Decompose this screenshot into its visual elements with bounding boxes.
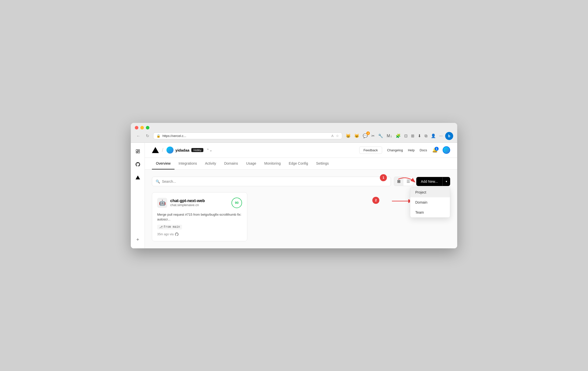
header-logo: / yidadaa Hobby ⌃⌄: [152, 147, 212, 154]
view-toggle: ⊞ ☰: [394, 177, 413, 186]
svg-rect-1: [138, 150, 140, 151]
grid-view-button[interactable]: ⊞: [394, 177, 403, 186]
back-button[interactable]: ←: [135, 133, 142, 139]
search-toolbar: 🔍 ⊞ ☰ Add New... ▾ Proje: [152, 177, 450, 186]
url-text[interactable]: https://vercel.c...: [162, 134, 186, 138]
sidebar-add-icon[interactable]: +: [133, 235, 142, 244]
header-actions: Feedback Changelog Help Docs 🔔 1: [359, 146, 450, 154]
apps-icon[interactable]: ⊞: [410, 132, 415, 139]
tab-integrations[interactable]: Integrations: [174, 158, 201, 169]
search-icon: 🔍: [156, 179, 160, 183]
project-icon: 🤖: [157, 198, 167, 208]
tab-overview[interactable]: Overview: [152, 158, 174, 169]
tab-domains[interactable]: Domains: [220, 158, 242, 169]
lock-icon: 🔒: [156, 134, 160, 138]
feedback-button[interactable]: Feedback: [359, 147, 382, 154]
notification-button[interactable]: 🔔 1: [432, 147, 438, 153]
tab-monitoring[interactable]: Monitoring: [260, 158, 285, 169]
more-icon[interactable]: ···: [438, 133, 444, 139]
sidebar: +: [131, 143, 145, 248]
add-new-container: Add New... ▾ Project Domain Team: [416, 177, 450, 186]
project-header: 🤖 chat-gpt-next-web chat.simplenaive.cn …: [157, 198, 242, 208]
user-avatar-header[interactable]: [443, 146, 450, 154]
score-badge: 90: [231, 198, 242, 208]
star-icon[interactable]: ☆: [336, 134, 339, 138]
annotation-2: 2: [372, 197, 379, 204]
dropdown-item-project[interactable]: Project: [410, 187, 450, 197]
sidebar-pages-icon[interactable]: [133, 147, 142, 156]
nav-tabs: Overview Integrations Activity Domains U…: [145, 158, 457, 170]
tab-usage[interactable]: Usage: [242, 158, 260, 169]
commit-message: Merge pull request #715 from betgo/bugfi…: [157, 212, 242, 222]
expand-button[interactable]: ⌃⌄: [206, 148, 212, 152]
changelog-link[interactable]: Changelog: [387, 148, 403, 152]
add-new-button[interactable]: Add New... ▾: [416, 177, 450, 186]
emoji-icon-2[interactable]: 😺: [353, 132, 360, 139]
sidebar-github-icon[interactable]: [133, 160, 142, 169]
markdown-icon[interactable]: M↓: [386, 133, 393, 139]
extensions-icon[interactable]: ⧉: [424, 133, 428, 139]
dropdown-menu: Project Domain Team: [410, 187, 450, 218]
tab-activity[interactable]: Activity: [201, 158, 220, 169]
toolbar-icons: 😸 😺 💬 2 ✂ 🔧 M↓ 🧩 ⊡ ⊞ ⬇ ⧉ 👤 ··· b: [345, 132, 453, 140]
help-link[interactable]: Help: [408, 148, 415, 152]
time-ago: 35m ago via: [157, 233, 173, 236]
project-url: chat.simplenaive.cn: [170, 203, 205, 207]
browser-toolbar: ← ↻ 🔒 https://vercel.c... Α ☆ 😸 😺 💬 2 ✂ …: [135, 132, 453, 143]
scissors-icon[interactable]: ✂: [370, 132, 376, 139]
bing-button[interactable]: b: [445, 132, 453, 140]
tab-settings[interactable]: Settings: [312, 158, 333, 169]
sidebar-vercel-icon[interactable]: [133, 173, 142, 182]
project-info: chat-gpt-next-web chat.simplenaive.cn: [170, 199, 205, 207]
main-content: / yidadaa Hobby ⌃⌄ Feedback Changelog He…: [145, 143, 457, 248]
reader-icon[interactable]: Α: [331, 134, 334, 138]
project-card[interactable]: 🤖 chat-gpt-next-web chat.simplenaive.cn …: [152, 192, 247, 241]
username-label: yidadaa: [175, 148, 190, 152]
tab-edge-config[interactable]: Edge Config: [285, 158, 312, 169]
vercel-logo-icon: [152, 147, 159, 154]
svg-rect-0: [136, 150, 138, 152]
chevron-down-icon: ▾: [442, 177, 450, 186]
traffic-lights: [135, 126, 453, 132]
annotation-badge-2: 2: [372, 197, 379, 204]
maximize-button[interactable]: [146, 126, 149, 129]
content-area: 🔍 ⊞ ☰ Add New... ▾ Proje: [145, 170, 457, 248]
list-view-button[interactable]: ☰: [403, 177, 413, 186]
refresh-button[interactable]: ↻: [144, 132, 151, 139]
profile-icon[interactable]: 👤: [430, 132, 437, 139]
split-icon[interactable]: ⊡: [403, 132, 408, 139]
notification-count: 1: [435, 147, 439, 151]
branch-label: From main: [164, 225, 180, 229]
branch-tag: ⎇ From main: [157, 225, 182, 229]
close-button[interactable]: [135, 126, 138, 129]
download-icon[interactable]: ⬇: [417, 132, 422, 139]
dropdown-item-domain[interactable]: Domain: [410, 197, 450, 207]
tool-icon[interactable]: 🔧: [377, 132, 384, 139]
user-avatar: [166, 147, 173, 154]
project-meta: 35m ago via: [157, 233, 242, 236]
address-bar: 🔒 https://vercel.c... Α ☆: [153, 132, 342, 139]
extension-icon[interactable]: 🧩: [395, 132, 402, 139]
dropdown-item-team[interactable]: Team: [410, 207, 450, 217]
header: / yidadaa Hobby ⌃⌄ Feedback Changelog He…: [145, 143, 457, 158]
branch-icon: ⎇: [159, 225, 163, 229]
github-meta-icon: [175, 233, 179, 236]
project-name: chat-gpt-next-web: [170, 199, 205, 203]
app-container: + / yidadaa Hobby ⌃⌄ Feedback Changelog …: [131, 143, 457, 248]
breadcrumb-separator: /: [162, 147, 163, 153]
svg-rect-2: [136, 152, 138, 153]
notification-badge: 2: [366, 131, 370, 135]
add-new-label: Add New...: [416, 177, 442, 186]
minimize-button[interactable]: [140, 126, 144, 129]
badge-icon: 💬 2: [362, 132, 369, 139]
docs-link[interactable]: Docs: [420, 148, 427, 152]
search-box: 🔍: [152, 177, 391, 186]
plan-badge: Hobby: [191, 148, 203, 152]
emoji-icon-1[interactable]: 😸: [345, 132, 352, 139]
search-input[interactable]: [162, 179, 387, 183]
svg-rect-3: [138, 151, 140, 153]
